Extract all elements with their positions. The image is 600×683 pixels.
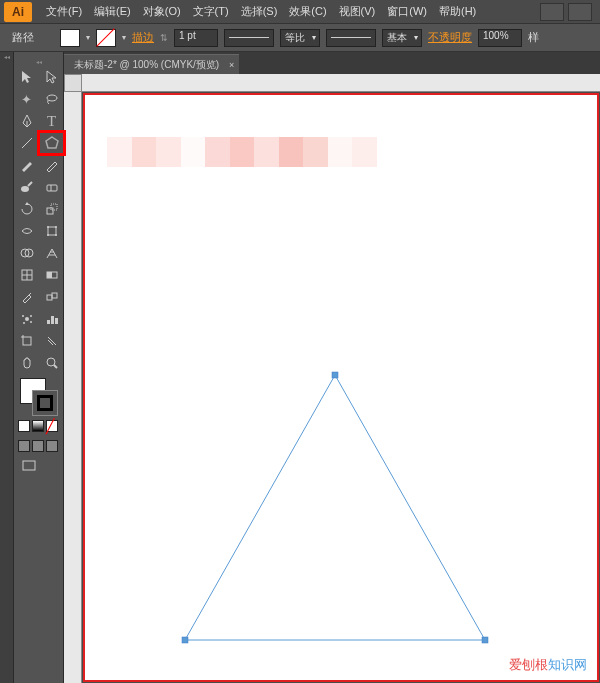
app-logo: Ai [4, 2, 32, 22]
svg-rect-7 [47, 208, 53, 214]
blob-brush-tool[interactable] [14, 176, 39, 198]
svg-point-10 [47, 226, 49, 228]
menu-edit[interactable]: 编辑(E) [88, 4, 137, 19]
menu-select[interactable]: 选择(S) [235, 4, 284, 19]
dock-strip[interactable] [0, 52, 14, 683]
svg-point-11 [55, 226, 57, 228]
opacity-link[interactable]: 不透明度 [428, 30, 472, 45]
gradient-tool[interactable] [39, 264, 64, 286]
options-bar: 路径 ▾ ▾ 描边 ⇅ 1 pt 等比 基本 不透明度 100% 样 [0, 24, 600, 52]
direct-selection-tool[interactable] [39, 66, 64, 88]
blend-tool[interactable] [39, 286, 64, 308]
tab-close-icon[interactable]: × [229, 60, 234, 70]
color-mode-swatches: ╱ [14, 418, 63, 434]
svg-rect-22 [52, 293, 57, 298]
menu-bar: Ai 文件(F) 编辑(E) 对象(O) 文字(T) 选择(S) 效果(C) 视… [0, 0, 600, 24]
draw-inside-icon[interactable] [46, 440, 58, 452]
draw-normal-icon[interactable] [18, 440, 30, 452]
type-tool[interactable]: T [39, 110, 64, 132]
none-mode-icon[interactable]: ╱ [46, 420, 58, 432]
pen-tool[interactable] [14, 110, 39, 132]
style-label: 样 [528, 30, 539, 45]
shape-builder-tool[interactable] [14, 242, 39, 264]
artboard[interactable]: 爱刨根知识网 [83, 93, 599, 682]
selection-tool[interactable] [14, 66, 39, 88]
toolbox: ✦ T [14, 52, 64, 683]
layout-icon[interactable] [540, 3, 564, 21]
menu-file[interactable]: 文件(F) [40, 4, 88, 19]
ruler-horizontal[interactable] [82, 74, 600, 92]
anchor-point-icon[interactable] [482, 637, 488, 643]
column-graph-tool[interactable] [39, 308, 64, 330]
screen-mode-button[interactable] [14, 454, 63, 480]
gradient-mode-icon[interactable] [32, 420, 44, 432]
perspective-grid-tool[interactable] [39, 242, 64, 264]
document-tab[interactable]: 未标题-2* @ 100% (CMYK/预览) × [64, 54, 239, 74]
dropdown-icon[interactable]: ▾ [86, 33, 90, 42]
menu-object[interactable]: 对象(O) [137, 4, 187, 19]
slice-tool[interactable] [39, 330, 64, 352]
ruler-origin[interactable] [64, 74, 82, 92]
svg-point-34 [47, 358, 55, 366]
menu-type[interactable]: 文字(T) [187, 4, 235, 19]
eyedropper-tool[interactable] [14, 286, 39, 308]
stroke-weight-input[interactable]: 1 pt [174, 29, 218, 47]
svg-rect-20 [47, 272, 52, 278]
svg-rect-5 [47, 185, 57, 191]
stroke-weight-stepper[interactable]: ⇅ [160, 33, 168, 43]
dropdown-icon[interactable]: ▾ [122, 33, 126, 42]
svg-rect-21 [47, 295, 52, 300]
svg-point-27 [30, 321, 32, 323]
stroke-link[interactable]: 描边 [132, 30, 154, 45]
symbol-sprayer-tool[interactable] [14, 308, 39, 330]
svg-point-13 [55, 234, 57, 236]
stroke-color-swatch[interactable] [32, 390, 58, 416]
opacity-input[interactable]: 100% [478, 29, 522, 47]
magic-wand-tool[interactable]: ✦ [14, 88, 39, 110]
svg-marker-2 [46, 137, 58, 148]
svg-point-26 [23, 322, 25, 324]
menu-window[interactable]: 窗口(W) [381, 4, 433, 19]
draw-behind-icon[interactable] [32, 440, 44, 452]
artboard-tool[interactable] [14, 330, 39, 352]
menu-view[interactable]: 视图(V) [333, 4, 382, 19]
svg-point-12 [47, 234, 49, 236]
fill-stroke-control[interactable] [14, 374, 63, 418]
stroke-swatch[interactable] [96, 29, 116, 47]
width-tool[interactable] [14, 220, 39, 242]
rotate-tool[interactable] [14, 198, 39, 220]
triangle-shape[interactable] [175, 370, 495, 650]
svg-rect-31 [23, 337, 31, 345]
anchor-point-icon[interactable] [332, 372, 338, 378]
toolbox-grip-icon[interactable] [14, 56, 63, 66]
menu-help[interactable]: 帮助(H) [433, 4, 482, 19]
lasso-tool[interactable] [39, 88, 64, 110]
mesh-tool[interactable] [14, 264, 39, 286]
profile-dropdown[interactable]: 等比 [280, 29, 320, 47]
hand-tool[interactable] [14, 352, 39, 374]
svg-point-3 [21, 186, 29, 192]
line-tool[interactable] [14, 132, 39, 154]
brush-preview[interactable] [326, 29, 376, 47]
ruler-vertical[interactable] [64, 92, 82, 683]
svg-line-4 [28, 182, 32, 186]
zoom-tool[interactable] [39, 352, 64, 374]
color-mode-icon[interactable] [18, 420, 30, 432]
fill-swatch[interactable] [60, 29, 80, 47]
anchor-point-icon[interactable] [182, 637, 188, 643]
eraser-tool[interactable] [39, 176, 64, 198]
menu-right-icons [540, 3, 600, 21]
paintbrush-tool[interactable] [14, 154, 39, 176]
path-label: 路径 [12, 30, 34, 45]
stroke-profile-preview[interactable] [224, 29, 274, 47]
brush-dropdown[interactable]: 基本 [382, 29, 422, 47]
svg-line-1 [22, 138, 32, 148]
free-transform-tool[interactable] [39, 220, 64, 242]
menu-effect[interactable]: 效果(C) [283, 4, 332, 19]
scale-tool[interactable] [39, 198, 64, 220]
dock-grip-icon[interactable] [0, 52, 13, 60]
screen-mode-swatches [14, 434, 63, 454]
pencil-tool[interactable] [39, 154, 64, 176]
polygon-tool[interactable] [39, 132, 64, 154]
arrange-icon[interactable] [568, 3, 592, 21]
